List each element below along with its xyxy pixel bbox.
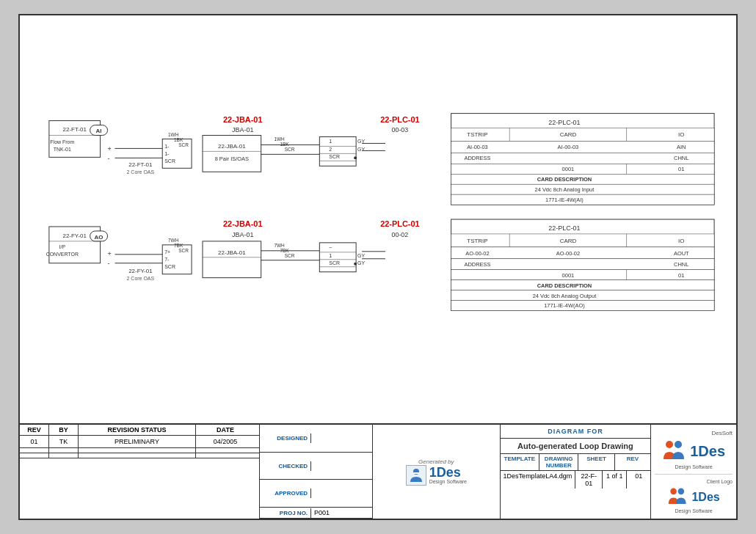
approved-row: APPROVED <box>260 480 372 508</box>
svg-rect-22 <box>203 135 261 172</box>
svg-text:22-JBA-01: 22-JBA-01 <box>223 219 263 228</box>
svg-rect-33 <box>319 136 356 166</box>
svg-text:01: 01 <box>678 272 684 279</box>
rev-data-row-1: 01 TK PRELIMINARY 04/2005 <box>20 436 259 448</box>
svg-text:22-FT-01: 22-FT-01 <box>63 127 87 134</box>
center-logo-block: Generated by 1Des Design Software <box>373 425 501 519</box>
main-title-block: DIAGRAM FOR Auto-generated Loop Drawing … <box>501 425 652 519</box>
svg-text:AI-00-03: AI-00-03 <box>467 144 488 150</box>
fdes-icon <box>406 465 426 486</box>
svg-text:1-: 1- <box>164 144 170 149</box>
svg-text:7+: 7+ <box>164 249 170 255</box>
svg-text:SCR: SCR <box>285 253 295 258</box>
svg-rect-140 <box>413 472 419 474</box>
checked-row: CHECKED <box>260 453 372 480</box>
fdes-logo: 1Des Design Software <box>406 465 467 486</box>
svg-text:1WH: 1WH <box>168 132 179 137</box>
svg-rect-60 <box>451 164 715 174</box>
client-1des-text: 1Des <box>691 491 719 503</box>
signatures-block: DESIGNED CHECKED APPROVED PROJ NO. P001 <box>260 425 373 519</box>
svg-point-141 <box>666 441 673 448</box>
rev-table-data: 01 TK PRELIMINARY 04/2005 <box>20 436 259 458</box>
diagram-for-label: DIAGRAM FOR <box>506 428 645 435</box>
svg-text:7-: 7- <box>164 257 170 262</box>
template-label: TEMPLATE <box>501 454 539 470</box>
svg-text:01: 01 <box>678 166 684 172</box>
date-col-header: DATE <box>196 425 255 435</box>
title-block: REV BY REVISION STATUS DATE 01 TK PRELIM… <box>20 423 736 519</box>
svg-text:22-FY-01: 22-FY-01 <box>63 233 87 239</box>
svg-text:00-02: 00-02 <box>391 231 408 238</box>
drawing-number-label: DRAWING NUMBER <box>539 454 578 470</box>
svg-text:22-PLC-01: 22-PLC-01 <box>380 219 420 228</box>
designed-value <box>311 436 372 439</box>
design-software-label: Design Software <box>429 479 467 484</box>
drawing-number-value: 22-F-01 <box>575 471 603 489</box>
status-val: PRELIMINARY <box>79 436 196 447</box>
svg-text:TSTRIP: TSTRIP <box>467 131 487 138</box>
sheet-value: 1 of 1 <box>603 471 627 489</box>
svg-text:7WH: 7WH <box>274 243 285 248</box>
logo-svg <box>662 439 688 464</box>
proj-no-label: PROJ NO. <box>260 508 311 518</box>
svg-text:CARD: CARD <box>560 131 577 138</box>
drawing-values-row: 1DesTemplateLA4.dgm 22-F-01 1 of 1 01 <box>501 471 651 489</box>
svg-text:0001: 0001 <box>562 272 575 279</box>
svg-text:22-PLC-01: 22-PLC-01 <box>548 119 580 126</box>
svg-text:SCR: SCR <box>285 147 295 152</box>
status-col-header: REVISION STATUS <box>79 425 196 435</box>
svg-point-40 <box>354 156 357 159</box>
svg-text:2 Core OAS: 2 Core OAS <box>127 276 155 281</box>
rev-data-row-3 <box>20 453 259 458</box>
page-container: 22-FT-01 Flow From TNK-01 AI + - 22-FT-0… <box>18 14 738 520</box>
svg-text:1771-IE-4W(AO): 1771-IE-4W(AO) <box>544 302 585 309</box>
dessoft-label: DesSoft <box>655 430 733 436</box>
svg-text:22-FY-01: 22-FY-01 <box>128 268 153 274</box>
svg-text:Flow From: Flow From <box>50 139 74 145</box>
template-value: 1DesTemplateLA4.dgm <box>501 471 576 489</box>
diagram-title: Auto-generated Loop Drawing <box>501 439 651 454</box>
svg-text:22-PLC-01: 22-PLC-01 <box>380 115 420 124</box>
logo-1des-text: 1Des <box>690 444 725 458</box>
date-val: 04/2005 <box>196 436 255 447</box>
svg-text:1BK: 1BK <box>280 142 289 147</box>
svg-text:AO-00-02: AO-00-02 <box>465 250 489 257</box>
rev-label: REV <box>615 454 650 470</box>
rev-data-row-2 <box>20 448 259 453</box>
svg-text:IO: IO <box>678 131 684 138</box>
svg-text:22-PLC-01: 22-PLC-01 <box>548 224 580 232</box>
designed-label: DESIGNED <box>260 434 311 443</box>
logo-block: DesSoft 1Des Design Software Client Logo <box>651 425 736 519</box>
svg-text:24 Vdc 8ch Analog Input: 24 Vdc 8ch Analog Input <box>535 186 595 193</box>
svg-text:SCR: SCR <box>178 142 189 147</box>
svg-text:8 Pair IS/OAS: 8 Pair IS/OAS <box>215 156 249 162</box>
svg-text:00-03: 00-03 <box>391 126 408 134</box>
svg-text:CHNL: CHNL <box>674 155 688 161</box>
svg-text:+: + <box>108 145 112 153</box>
svg-text:I/P: I/P <box>59 244 66 249</box>
svg-point-142 <box>675 441 682 448</box>
svg-text:-: - <box>108 260 110 267</box>
svg-text:22-JBA-01: 22-JBA-01 <box>218 143 246 150</box>
generated-by-text: Generated by <box>418 458 454 465</box>
svg-text:7BK: 7BK <box>174 243 183 248</box>
svg-rect-47 <box>451 128 715 142</box>
svg-text:22-JBA-01: 22-JBA-01 <box>218 249 246 256</box>
svg-text:1WH: 1WH <box>274 136 285 142</box>
logo-icon-area: 1Des <box>662 439 725 464</box>
svg-text:GY: GY <box>357 147 365 152</box>
svg-text:0001: 0001 <box>562 166 575 172</box>
svg-text:CARD DESCRIPTION: CARD DESCRIPTION <box>537 176 592 183</box>
svg-text:AI: AI <box>96 128 102 134</box>
svg-rect-92 <box>203 241 261 278</box>
svg-text:1-: 1- <box>164 151 170 156</box>
drawing-info-row: TEMPLATE DRAWING NUMBER SHEET REV <box>501 454 651 471</box>
svg-text:7WH: 7WH <box>168 238 179 243</box>
svg-text:22-FT-01: 22-FT-01 <box>128 161 153 168</box>
rev-val: 01 <box>20 436 49 447</box>
svg-text:ADDRESS: ADDRESS <box>464 261 490 268</box>
svg-text:1: 1 <box>329 139 332 144</box>
svg-text:CONVERTOR: CONVERTOR <box>46 252 79 257</box>
client-logo-label: Client Logo <box>707 479 733 484</box>
svg-text:ADDRESS: ADDRESS <box>464 155 490 161</box>
